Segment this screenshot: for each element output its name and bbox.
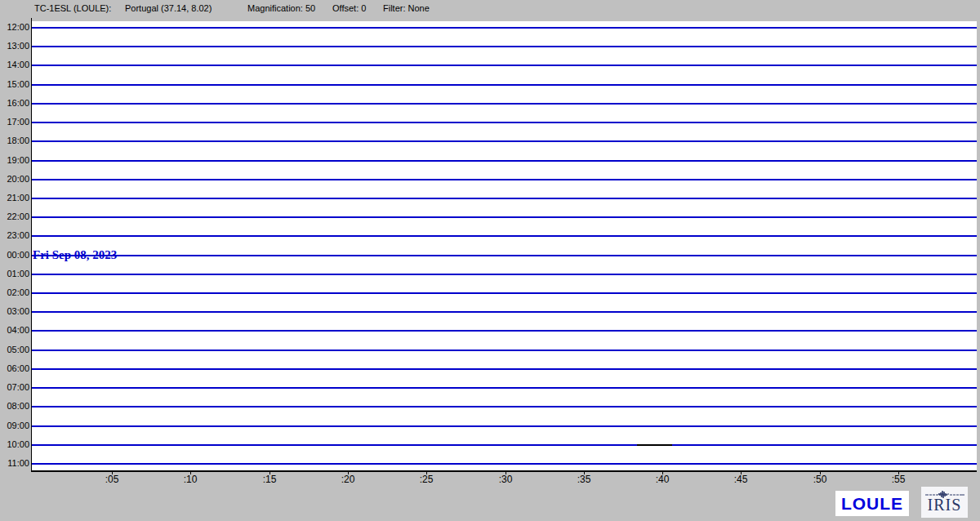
hour-label: 09:00 [0,421,29,431]
minute-tick-label: :25 [412,474,441,485]
trace-line [32,65,977,66]
trace-line [32,179,977,180]
hour-label: 07:00 [0,382,29,393]
minute-tick-label: :15 [255,474,284,485]
hour-label: 19:00 [0,155,29,166]
hour-label: 12:00 [0,22,29,33]
trace-line [32,387,977,389]
hour-label: 03:00 [0,306,29,317]
trace-line [32,406,977,407]
station-badge-label: LOULE [841,494,903,514]
hour-label: 15:00 [0,79,29,90]
trace-line [32,350,977,351]
trace-line [32,216,977,218]
minute-tick-label: :30 [491,474,520,485]
hour-label: 16:00 [0,98,29,109]
hour-label: 22:00 [0,212,29,222]
trace-line [32,198,977,199]
hour-label: 04:00 [0,325,29,336]
date-annotation: Fri Sep 08, 2023 [33,248,117,262]
hour-label: 23:00 [0,230,29,241]
offset-readout: Offset: 0 [332,3,366,13]
filter-readout: Filter: None [383,3,430,13]
trace-line [32,274,977,275]
event-segment [637,444,671,446]
minute-tick-label: :45 [726,474,755,485]
minute-tick-label: :50 [805,474,835,485]
hour-label: 02:00 [0,287,29,298]
trace-line [32,255,977,256]
trace-line [32,84,977,86]
trace-line [32,330,977,332]
minute-tick-label: :10 [176,474,205,485]
trace-line [32,122,977,123]
station-id: TC-1ESL (LOULE): [34,3,111,13]
trace-line [32,140,977,142]
hour-label: 17:00 [0,117,29,127]
magnification-readout: Magnification: 50 [247,3,315,13]
trace-line [32,235,977,237]
hour-label: 10:00 [0,439,29,450]
iris-logo: IRIS [921,487,968,518]
trace-line [32,368,977,370]
hour-label: 21:00 [0,193,29,203]
minute-tick-label: :05 [97,474,127,485]
hour-label: 06:00 [0,363,29,374]
minute-tick-label: :55 [884,474,913,485]
trace-line [32,103,977,105]
trace-line [32,311,977,313]
trace-line [32,292,977,294]
helicorder-plot[interactable] [31,21,977,472]
hour-label: 08:00 [0,401,29,412]
trace-line [32,444,977,446]
hour-label: 05:00 [0,345,29,355]
iris-logo-label: IRIS [928,497,962,513]
hour-label: 01:00 [0,269,29,279]
minute-tick-label: :35 [569,474,599,485]
trace-line [32,46,977,47]
hour-label: 14:00 [0,60,29,70]
hour-label: 13:00 [0,41,29,51]
hour-label: 00:00 [0,250,29,260]
trace-line [32,463,977,465]
station-location: Portugal (37.14, 8.02) [125,3,212,13]
station-monitor-screen: { "header": { "station": "TC-1ESL (LOULE… [0,0,980,521]
station-badge: LOULE [835,491,909,516]
hour-label: 18:00 [0,136,29,146]
trace-line [32,27,977,29]
minute-tick-label: :40 [648,474,677,485]
minute-tick-label: :20 [333,474,363,485]
hour-label: 20:00 [0,174,29,185]
trace-line [32,425,977,427]
trace-line [32,160,977,162]
hour-label: 11:00 [0,458,29,469]
